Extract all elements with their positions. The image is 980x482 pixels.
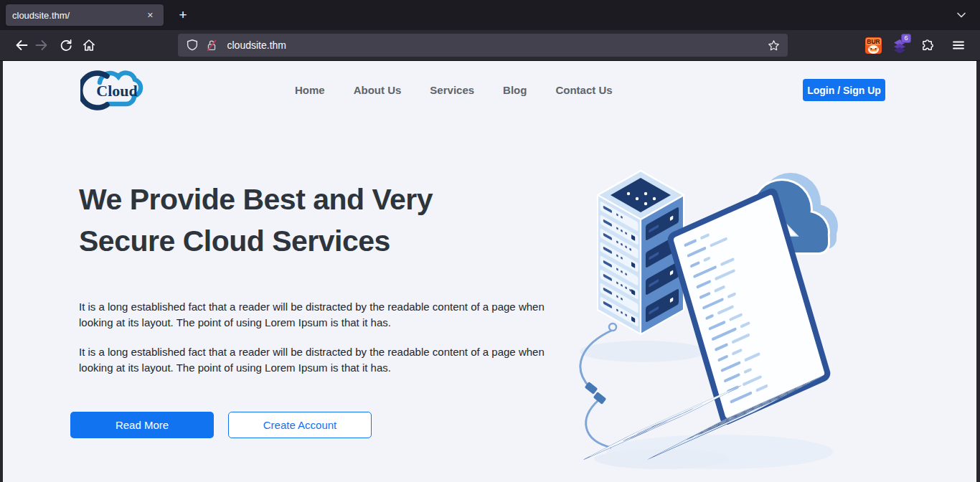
browser-tab-bar: cloudsite.thm/ ✕ + bbox=[0, 0, 980, 30]
insecure-lock-icon[interactable] bbox=[204, 38, 219, 52]
site-navigation: Home About Us Services Blog Contact Us bbox=[295, 61, 613, 120]
hero-buttons: Read More Create Account bbox=[70, 412, 372, 438]
forward-button-icon[interactable] bbox=[32, 34, 55, 57]
extension-badge-count: 6 bbox=[901, 34, 911, 43]
tab-title: cloudsite.thm/ bbox=[12, 10, 143, 21]
all-tabs-chevron-icon[interactable] bbox=[951, 5, 971, 25]
browser-tab[interactable]: cloudsite.thm/ ✕ bbox=[6, 4, 164, 26]
nav-item-home[interactable]: Home bbox=[295, 84, 325, 97]
login-signup-button[interactable]: Login / Sign Up bbox=[803, 79, 885, 101]
layers-extension-icon[interactable]: 6 bbox=[890, 37, 908, 55]
hero-paragraph-1: It is a long established fact that a rea… bbox=[79, 299, 561, 331]
hero-illustration bbox=[565, 159, 842, 469]
extensions-puzzle-icon[interactable] bbox=[916, 34, 939, 57]
bookmark-star-icon[interactable] bbox=[767, 39, 781, 52]
svg-text:BUR: BUR bbox=[867, 38, 880, 45]
tab-close-icon[interactable]: ✕ bbox=[143, 9, 157, 22]
create-account-button[interactable]: Create Account bbox=[228, 412, 372, 438]
logo-text: Cloud bbox=[96, 82, 137, 100]
home-button-icon[interactable] bbox=[77, 34, 100, 57]
url-text[interactable]: cloudsite.thm bbox=[227, 39, 762, 51]
server-tower-illustration bbox=[598, 171, 684, 334]
foxyproxy-extension-icon[interactable]: BUR bbox=[864, 37, 882, 55]
back-button-icon[interactable] bbox=[9, 34, 32, 57]
menu-hamburger-icon[interactable] bbox=[947, 34, 970, 57]
hero-paragraph-2: It is a long established fact that a rea… bbox=[79, 344, 561, 376]
toolbar-extensions-area: BUR 6 bbox=[864, 34, 970, 57]
nav-item-blog[interactable]: Blog bbox=[503, 84, 527, 97]
hero-title-line2: Secure Cloud Services bbox=[79, 220, 433, 262]
tracking-shield-icon[interactable] bbox=[185, 38, 199, 52]
hero-title-line1: We Provide Best and Very bbox=[79, 179, 433, 220]
new-tab-button[interactable]: + bbox=[173, 5, 193, 25]
hero-title: We Provide Best and Very Secure Cloud Se… bbox=[79, 179, 433, 262]
browser-toolbar: cloudsite.thm BUR 6 bbox=[0, 30, 980, 61]
nav-item-contact-us[interactable]: Contact Us bbox=[555, 84, 612, 97]
read-more-button[interactable]: Read More bbox=[70, 412, 214, 438]
url-bar[interactable]: cloudsite.thm bbox=[178, 34, 788, 57]
nav-item-about-us[interactable]: About Us bbox=[354, 84, 402, 97]
site-logo[interactable]: Cloud bbox=[80, 66, 155, 115]
browser-viewport: Cloud Home About Us Services Blog Contac… bbox=[0, 61, 980, 482]
reload-button-icon[interactable] bbox=[55, 34, 77, 57]
website-cloudsite: Cloud Home About Us Services Blog Contac… bbox=[3, 61, 976, 482]
nav-item-services[interactable]: Services bbox=[430, 84, 474, 97]
